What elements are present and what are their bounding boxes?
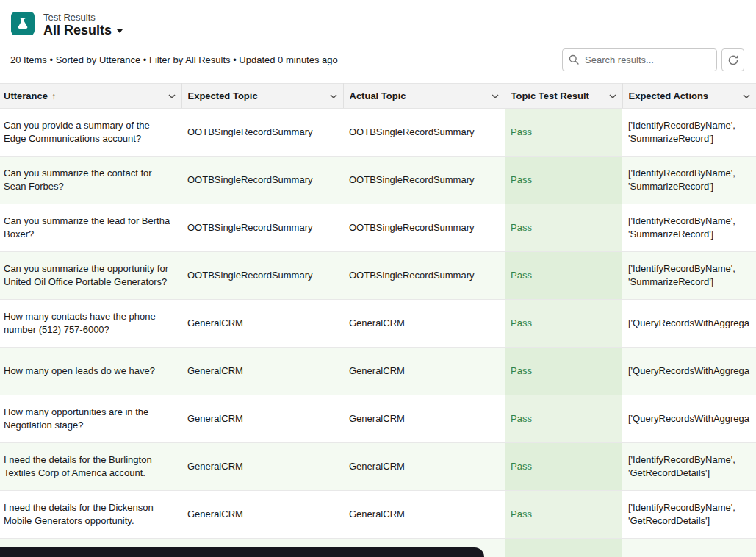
cell-topic-test-result: Pass: [505, 348, 622, 395]
flask-icon: [15, 16, 30, 31]
list-summary-text: 20 Items • Sorted by Utterance • Filter …: [10, 54, 338, 65]
table-row[interactable]: Can you summarize the contact for Sean F…: [0, 157, 756, 204]
chevron-down-icon[interactable]: [328, 93, 339, 100]
cell-actual-topic: OOTBSingleRecordSummary: [343, 252, 505, 300]
search-icon: [569, 54, 579, 65]
cell-utterance: Can you summarize the lead for Bertha Bo…: [0, 204, 181, 252]
table-row[interactable]: How many open leads do we have?GeneralCR…: [0, 348, 756, 395]
column-header-topic-test-result[interactable]: Topic Test Result: [505, 84, 622, 109]
cell-topic-test-result: Pass: [505, 300, 622, 348]
table-row[interactable]: How many contacts have the phone number …: [0, 300, 756, 348]
table-row[interactable]: I need the details for the Burlington Te…: [0, 443, 756, 491]
cell-topic-test-result: Pass: [505, 204, 622, 252]
cell-expected-topic: OOTBSingleRecordSummary: [181, 157, 343, 204]
cell-expected-actions: ['QueryRecordsWithAggrega: [622, 348, 756, 395]
cell-expected-topic: GeneralCRM: [181, 348, 343, 395]
cell-actual-topic: GeneralCRM: [343, 491, 505, 539]
cell-utterance: I need the details for the Burlington Te…: [0, 443, 181, 491]
cell-expected-actions: ['IdentifyRecordByName', 'GetRecordDetai…: [622, 443, 756, 491]
sort-ascending-icon: ↑: [51, 91, 56, 101]
chevron-down-icon: [117, 29, 123, 33]
column-label-actual-topic: Actual Topic: [350, 90, 406, 101]
cell-utterance: Can you provide a summary of the Edge Co…: [0, 109, 181, 157]
column-label-topic-test-result: Topic Test Result: [511, 90, 589, 101]
cell-topic-test-result: Pass: [505, 443, 622, 491]
cell-topic-test-result: Pass: [505, 157, 622, 204]
results-table: Utterance↑Expected TopicActual TopicTopi…: [0, 83, 756, 557]
page-header: Test Results All Results: [0, 0, 756, 40]
cell-expected-topic: GeneralCRM: [181, 443, 343, 491]
cell-expected-topic: GeneralCRM: [181, 395, 343, 443]
cell-utterance: How many opportunities are in the Negoti…: [0, 395, 181, 443]
cell-expected-actions: ['IdentifyRecordByName', 'SummarizeRecor…: [622, 204, 756, 252]
table-row[interactable]: Can you summarize the lead for Bertha Bo…: [0, 204, 756, 252]
docked-utility-bar[interactable]: [0, 547, 484, 557]
refresh-button[interactable]: [721, 48, 744, 71]
cell-utterance: I need the details for the Dickenson Mob…: [0, 491, 181, 539]
cell-actual-topic: OOTBSingleRecordSummary: [343, 204, 505, 252]
cell-expected-actions: ['IdentifyRecordByName', 'SummarizeRecor…: [622, 109, 756, 157]
cell-topic-test-result: Pass: [505, 491, 622, 539]
cell-expected-actions: ['QueryRecordsWithAggrega: [622, 395, 756, 443]
cell-actual-topic: GeneralCRM: [343, 395, 505, 443]
page-titles: Test Results All Results: [43, 12, 123, 38]
cell-expected-topic: GeneralCRM: [181, 491, 343, 539]
cell-actual-topic: OOTBSingleRecordSummary: [343, 157, 505, 204]
cell-actual-topic: GeneralCRM: [343, 443, 505, 491]
cell-utterance: Can you summarize the opportunity for Un…: [0, 252, 181, 300]
entity-label: Test Results: [43, 12, 123, 23]
column-label-utterance: Utterance: [4, 90, 48, 101]
column-header-utterance[interactable]: Utterance↑: [0, 84, 181, 109]
cell-expected-actions: ['IdentifyRecordByName', 'GetRecordDetai…: [622, 491, 756, 539]
cell-expected-topic: OOTBSingleRecordSummary: [181, 252, 343, 300]
cell-topic-test-result: Pass: [505, 109, 622, 157]
column-header-expected-topic[interactable]: Expected Topic: [181, 84, 343, 109]
cell-utterance: How many contacts have the phone number …: [0, 300, 181, 348]
chevron-down-icon[interactable]: [167, 93, 177, 100]
cell-utterance: How many open leads do we have?: [0, 348, 181, 395]
test-results-object-icon: [11, 12, 35, 35]
toolbar-actions: [562, 48, 744, 71]
cell-actual-topic: GeneralCRM: [343, 348, 505, 395]
cell-expected-topic: OOTBSingleRecordSummary: [181, 204, 343, 252]
cell-topic-test-result: Pass: [505, 395, 622, 443]
table-row[interactable]: I need the details for the Dickenson Mob…: [0, 491, 756, 539]
table-row[interactable]: How many opportunities are in the Negoti…: [0, 395, 756, 443]
cell-topic-test-result: Pass: [505, 252, 622, 300]
cell-utterance: Can you summarize the contact for Sean F…: [0, 157, 181, 204]
cell-expected-actions: ['IdentifyRecordByName', 'SummarizeRecor…: [622, 252, 756, 300]
chevron-down-icon[interactable]: [741, 93, 752, 100]
search-box: [562, 48, 717, 71]
cell-expected-actions: ['IdentifyRecordByName', 'SummarizeRecor…: [622, 157, 756, 204]
test-results-page: Test Results All Results 20 Items • Sort…: [0, 0, 756, 557]
cell-actual-topic: OOTBSingleRecordSummary: [343, 109, 505, 157]
list-toolbar: 20 Items • Sorted by Utterance • Filter …: [0, 40, 756, 83]
table-row[interactable]: Can you summarize the opportunity for Un…: [0, 252, 756, 300]
column-header-actual-topic[interactable]: Actual Topic: [343, 84, 505, 109]
list-view-name: All Results: [43, 23, 112, 38]
search-input[interactable]: [562, 48, 717, 71]
column-label-expected-actions: Expected Actions: [629, 90, 709, 101]
column-label-expected-topic: Expected Topic: [188, 90, 258, 101]
cell-expected-topic: OOTBSingleRecordSummary: [181, 109, 343, 157]
table-row[interactable]: Can you provide a summary of the Edge Co…: [0, 109, 756, 157]
cell-expected-actions: ['QueryRecordsWithAggrega: [622, 300, 756, 348]
refresh-icon: [727, 54, 739, 66]
column-header-expected-actions[interactable]: Expected Actions: [622, 84, 756, 109]
cell-expected-actions: ['IdentifyRecordByName',: [622, 539, 756, 557]
chevron-down-icon[interactable]: [608, 93, 618, 100]
cell-actual-topic: GeneralCRM: [343, 300, 505, 348]
table-header-row: Utterance↑Expected TopicActual TopicTopi…: [0, 84, 756, 109]
cell-topic-test-result: [505, 539, 622, 557]
cell-expected-topic: GeneralCRM: [181, 300, 343, 348]
chevron-down-icon[interactable]: [490, 93, 500, 100]
list-view-selector[interactable]: All Results: [43, 23, 123, 38]
